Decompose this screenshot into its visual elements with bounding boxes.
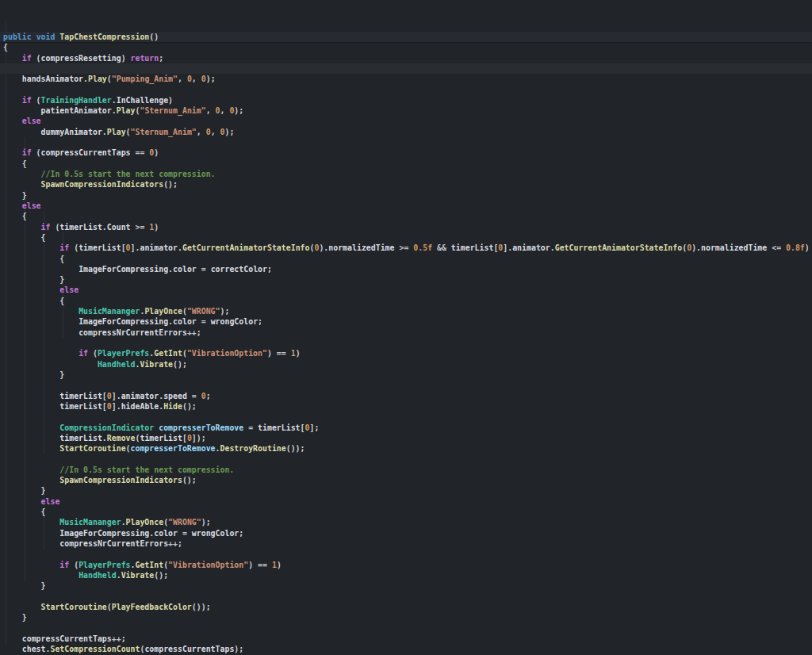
- code-token: {: [3, 255, 64, 263]
- code-token: GetInt: [154, 349, 182, 358]
- code-token: animator: [140, 243, 178, 252]
- code-token: ): [154, 148, 159, 157]
- code-token: compressNrCurrentErrors: [79, 328, 187, 337]
- code-token: [3, 148, 22, 157]
- code-token: else: [22, 201, 41, 210]
- code-line: [0, 412, 812, 422]
- code-token: PlayFeedbackColor: [112, 603, 192, 611]
- code-token: if: [41, 223, 51, 232]
- code-token: (: [69, 561, 79, 569]
- code-token: PlayOnce: [144, 307, 182, 316]
- code-token: ): [277, 561, 282, 569]
- code-token: CompressionIndicator: [59, 423, 154, 432]
- code-line: SpawnCompressionIndicators();: [0, 475, 812, 485]
- code-token: {: [3, 508, 46, 516]
- code-token: hideAble: [121, 402, 159, 411]
- code-token: [3, 307, 79, 316]
- code-token: ();: [182, 476, 197, 485]
- code-token: handsAnimator: [22, 75, 83, 83]
- code-line: CompressionIndicator compresserToRemove …: [0, 423, 812, 433]
- code-token: ImageForCompressing: [79, 317, 168, 326]
- code-token: =: [178, 529, 192, 538]
- code-token: timerList: [59, 392, 102, 400]
- code-token: ].: [503, 243, 512, 252]
- code-token: =: [187, 392, 201, 400]
- code-token: PlayerPrefs: [79, 561, 130, 569]
- code-token: [3, 328, 79, 337]
- code-token: ==: [131, 148, 150, 157]
- code-token: {: [3, 159, 27, 168]
- code-token: ];: [309, 423, 319, 432]
- code-line: if (PlayerPrefs.GetInt("VibrationOption"…: [0, 560, 812, 570]
- code-token: PlayOnce: [126, 518, 164, 527]
- code-token: [3, 645, 22, 653]
- code-line: {: [0, 254, 812, 264]
- code-token: normalizedTime: [701, 243, 767, 252]
- code-line: [0, 63, 812, 74]
- code-token: ;: [267, 265, 272, 274]
- code-line: compressNrCurrentErrors++;: [0, 328, 812, 338]
- code-token: [3, 201, 22, 210]
- code-token: );: [206, 75, 216, 83]
- code-line: if (compressResetting) return;: [0, 53, 812, 63]
- code-token: SpawnCompressionIndicators: [59, 476, 182, 485]
- code-token: [3, 392, 59, 400]
- code-token: [3, 349, 79, 358]
- code-token: normalizedTime: [328, 243, 394, 252]
- code-token: ): [154, 223, 159, 232]
- code-line: {: [0, 42, 812, 52]
- code-token: compressCurrentTaps: [144, 645, 234, 653]
- code-editor[interactable]: public void TapChestCompression(){ if (c…: [0, 0, 812, 655]
- code-token: animator: [512, 243, 550, 252]
- code-token: timerList: [59, 223, 102, 232]
- code-token: animator: [121, 392, 159, 400]
- code-token: GetCurrentAnimatorStateInfo: [555, 243, 683, 252]
- code-line: compressCurrentTaps++;: [0, 634, 812, 644]
- code-token: ): [168, 96, 173, 105]
- code-token: ): [296, 349, 301, 358]
- code-token: (: [32, 96, 41, 105]
- code-token: else: [41, 497, 60, 506]
- code-line: {: [0, 211, 812, 221]
- code-token: ,: [178, 75, 187, 83]
- code-line: [0, 549, 812, 559]
- code-token: [3, 529, 59, 538]
- code-token: }: [3, 275, 64, 284]
- code-line: StartCoroutine(PlayFeedbackColor());: [0, 602, 812, 612]
- code-token: ).: [319, 243, 328, 252]
- code-line: ImageForCompressing.color = wrongColor;: [0, 528, 812, 538]
- code-token: [3, 561, 59, 569]
- code-token: color: [154, 529, 178, 538]
- code-line: handsAnimator.Play("Pumping_Anim", 0, 0)…: [0, 74, 812, 84]
- code-token: (: [69, 243, 79, 252]
- code-line: }: [0, 612, 812, 622]
- code-token: //In 0.5s start the next compression.: [41, 170, 216, 178]
- code-token: [3, 54, 22, 63]
- code-line: chest.SetCompressionCount(compressCurren…: [0, 644, 812, 654]
- code-token: [3, 128, 41, 136]
- code-token: color: [173, 265, 197, 274]
- code-token: ;: [121, 634, 126, 643]
- code-token: Vibrate: [121, 571, 155, 580]
- code-token: [3, 539, 59, 548]
- code-token: ,: [206, 106, 216, 115]
- code-token: compressCurrentTaps: [22, 634, 112, 643]
- code-line: dummyAnimator.Play("Sternum_Anim", 0, 0)…: [0, 127, 812, 137]
- code-line: if (compressCurrentTaps == 0): [0, 147, 812, 158]
- code-token: [3, 571, 79, 580]
- code-token: else: [59, 285, 79, 294]
- code-line: Handheld.Vibrate();: [0, 359, 812, 370]
- code-token: [3, 180, 41, 189]
- code-token: if: [22, 148, 32, 157]
- code-line: else: [0, 285, 812, 295]
- code-token: ;: [197, 328, 201, 337]
- code-line: if (TrainingHandler.InChallenge): [0, 95, 812, 105]
- code-token: ]);: [192, 434, 206, 442]
- code-token: ).: [691, 243, 701, 252]
- code-token: [3, 444, 59, 453]
- code-token: "Pumping_Anim": [112, 75, 178, 83]
- code-token: 0.8f: [786, 243, 805, 252]
- code-token: else: [22, 117, 41, 125]
- code-token: =: [197, 265, 211, 274]
- code-token: MusicMananger: [59, 518, 121, 527]
